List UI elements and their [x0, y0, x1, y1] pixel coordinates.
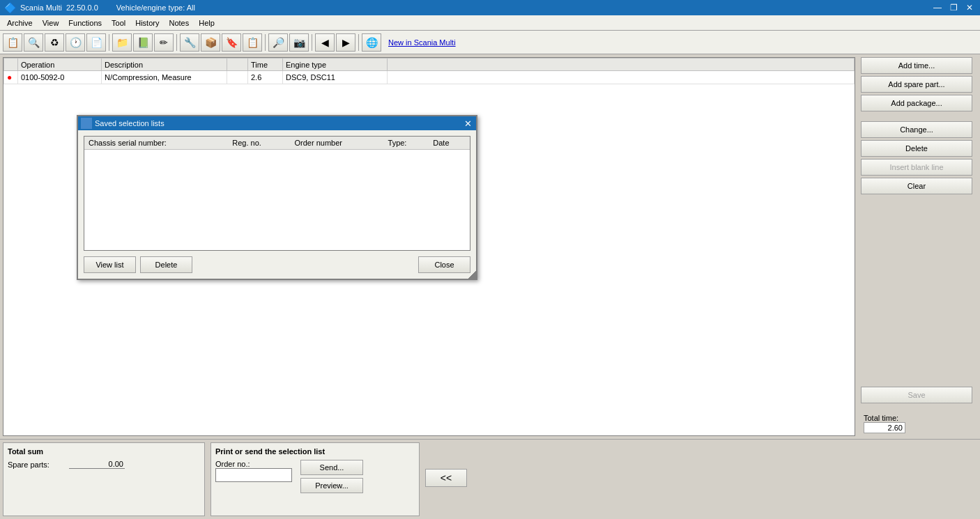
print-panel-title: Print or send the selection list [215, 447, 415, 456]
dialog-title-left: Saved selection lists [81, 118, 164, 129]
row-time-cell: 2.6 [248, 71, 283, 84]
row-status-icon: ● [7, 72, 12, 82]
app-version: 22.50.0.0 [66, 3, 98, 12]
delete-button[interactable]: Delete [861, 140, 972, 157]
toolbar-btn-8[interactable]: ✏ [154, 33, 174, 52]
dialog-buttons: View list Delete Close [84, 256, 470, 273]
bottom-section: Total sum Spare parts: Print or send the… [0, 439, 980, 519]
col-engine: Engine type [283, 59, 388, 71]
right-panel: Add time... Add spare part... Add packag… [858, 54, 980, 439]
toolbar: 📋 🔍 ♻ 🕐 📄 📁 📗 ✏ 🔧 📦 🔖 📋 🔎 📷 ◀ ▶ 🌐 New in… [0, 31, 980, 54]
close-button[interactable]: ✕ [963, 3, 976, 12]
toolbar-btn-6[interactable]: 📁 [112, 33, 132, 52]
toolbar-separator-4 [312, 34, 312, 51]
toolbar-separator-5 [358, 34, 359, 51]
dialog-delete-button[interactable]: Delete [140, 256, 192, 273]
dialog-content: Chassis serial number: Reg. no. Order nu… [78, 130, 476, 279]
order-no-section: Order no.: [215, 460, 292, 493]
row-operation-cell: 0100-5092-0 [18, 71, 102, 84]
col-time: Time [248, 59, 283, 71]
change-button[interactable]: Change... [861, 121, 972, 138]
col-operation: Operation [18, 59, 102, 71]
work-order-table: Operation Description Time Engine type ●… [3, 58, 855, 84]
toolbar-back-button[interactable]: ◀ [315, 33, 335, 52]
toolbar-btn-10[interactable]: 📦 [201, 33, 220, 52]
spare-parts-value [69, 460, 125, 469]
dialog-col-date: Date [429, 137, 470, 149]
table-row[interactable]: ● 0100-5092-0 N/Compression, Measure 2.6… [4, 71, 855, 84]
save-button[interactable]: Save [861, 387, 972, 403]
col-flag [227, 59, 248, 71]
order-no-input[interactable] [215, 468, 292, 482]
btn-spacer-1 [861, 114, 977, 119]
minimize-button[interactable]: — [931, 3, 944, 12]
total-time-area: Total time: [861, 411, 977, 436]
send-button[interactable]: Send... [300, 460, 363, 475]
toolbar-btn-5[interactable]: 📄 [86, 33, 106, 52]
toolbar-btn-11[interactable]: 🔖 [222, 33, 241, 52]
dialog-list-table: Chassis serial number: Reg. no. Order nu… [84, 137, 470, 150]
row-engine-cell: DSC9, DSC11 [283, 71, 388, 84]
menu-view[interactable]: View [38, 17, 63, 29]
right-panel-spacer [861, 196, 977, 385]
menu-history[interactable]: History [131, 17, 163, 29]
saved-dialog: Saved selection lists ✕ Chassis serial n… [77, 115, 477, 280]
dialog-close-action-button[interactable]: Close [418, 256, 470, 273]
title-bar-left: 🔷 Scania Multi 22.50.0.0 Vehicle/engine … [4, 2, 195, 13]
toolbar-btn-4[interactable]: 🕐 [66, 33, 85, 52]
add-package-button[interactable]: Add package... [861, 95, 972, 111]
toolbar-btn-7[interactable]: 📗 [133, 33, 153, 52]
total-time-input [864, 422, 905, 433]
maximize-button[interactable]: ❐ [947, 3, 960, 12]
title-bar-controls: — ❐ ✕ [931, 3, 976, 12]
toolbar-separator-2 [176, 34, 177, 51]
toolbar-btn-13[interactable]: 🔎 [268, 33, 288, 52]
spare-parts-row: Spare parts: [8, 460, 200, 469]
dialog-titlebar: Saved selection lists ✕ [78, 116, 476, 130]
menu-bar: Archive View Functions Tool History Note… [0, 15, 980, 31]
menu-notes[interactable]: Notes [164, 17, 193, 29]
clear-button[interactable]: Clear [861, 178, 972, 194]
row-description-cell: N/Compression, Measure [102, 71, 227, 84]
dialog-list-area: Chassis serial number: Reg. no. Order nu… [84, 136, 470, 251]
total-sum-panel: Total sum Spare parts: [3, 442, 205, 516]
menu-archive[interactable]: Archive [3, 17, 37, 29]
order-no-label: Order no.: [215, 460, 257, 468]
total-sum-title: Total sum [8, 447, 200, 456]
toolbar-btn-3[interactable]: ♻ [45, 33, 64, 52]
toolbar-globe-button[interactable]: 🌐 [362, 33, 381, 52]
row-extra-cell [388, 71, 855, 84]
menu-functions[interactable]: Functions [64, 17, 106, 29]
menu-tool[interactable]: Tool [107, 17, 130, 29]
toolbar-separator-3 [265, 34, 266, 51]
preview-button[interactable]: Preview... [300, 478, 363, 493]
menu-help[interactable]: Help [194, 17, 219, 29]
dialog-header-row: Chassis serial number: Reg. no. Order nu… [84, 137, 470, 149]
toolbar-btn-2[interactable]: 🔍 [24, 33, 43, 52]
app-icon: 🔷 [4, 2, 16, 13]
dialog-col-chassis: Chassis serial number: [84, 137, 228, 149]
add-time-button[interactable]: Add time... [861, 57, 972, 74]
view-list-button[interactable]: View list [84, 256, 136, 273]
dialog-col-type: Type: [384, 137, 429, 149]
new-in-scania-link[interactable]: New in Scania Multi [388, 38, 456, 47]
nav-back-button[interactable]: << [425, 469, 467, 487]
toolbar-forward-button[interactable]: ▶ [336, 33, 355, 52]
print-panel-content: Order no.: Send... Preview... [215, 460, 415, 493]
col-description: Description [102, 59, 227, 71]
dialog-col-order: Order number [291, 137, 384, 149]
toolbar-btn-14[interactable]: 📷 [289, 33, 309, 52]
app-name: Scania Multi [20, 3, 62, 12]
toolbar-btn-12[interactable]: 📋 [243, 33, 262, 52]
toolbar-btn-9[interactable]: 🔧 [180, 33, 199, 52]
work-order-header-row: Operation Description Time Engine type [4, 59, 855, 71]
add-spare-part-button[interactable]: Add spare part... [861, 76, 972, 93]
row-icon-cell: ● [4, 71, 18, 84]
dialog-icon [81, 118, 92, 129]
dialog-resize-handle[interactable] [468, 270, 476, 279]
col-icon [4, 59, 18, 71]
vehicle-type: Vehicle/engine type: All [116, 3, 195, 12]
insert-blank-line-button[interactable]: Insert blank line [861, 159, 972, 176]
toolbar-btn-1[interactable]: 📋 [3, 33, 22, 52]
dialog-close-button[interactable]: ✕ [463, 118, 473, 129]
